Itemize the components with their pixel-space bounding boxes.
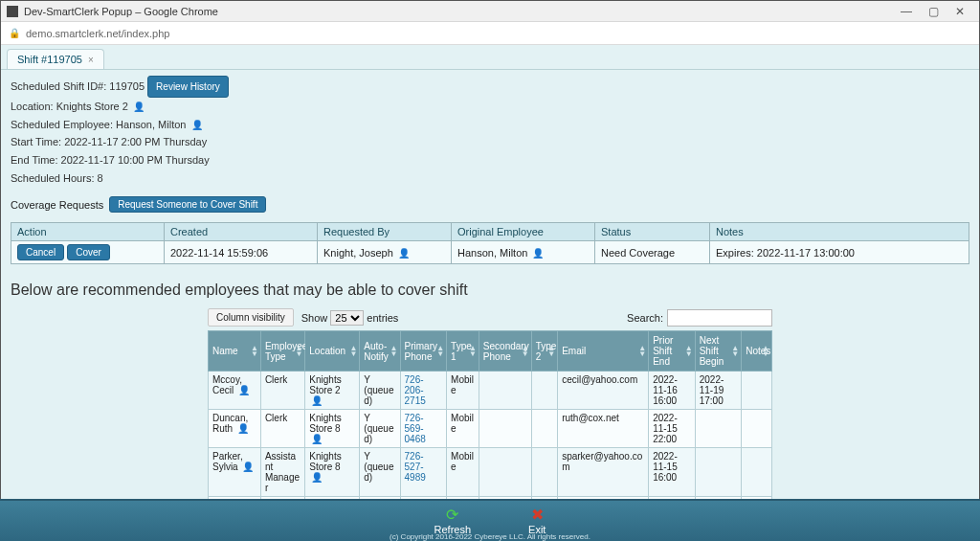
url-text[interactable]: demo.smartclerk.net/index.php (26, 28, 169, 39)
location-icon[interactable]: 👤 (311, 395, 323, 406)
col-original-emp: Original Employee (452, 223, 595, 241)
cell-etype: Assistant Manager (260, 448, 304, 497)
sort-icon: ▲▼ (522, 346, 529, 356)
th-t1[interactable]: Type 1▲▼ (447, 331, 479, 372)
exit-button[interactable]: ✖ Exit (528, 507, 546, 535)
th-loc[interactable]: Location▲▼ (305, 331, 360, 372)
action-table: Action Created Requested By Original Emp… (11, 222, 969, 264)
notes-cell: Expires: 2022-11-17 13:00:00 (710, 241, 969, 264)
cell-pse: 2022-11-16 16:00 (649, 372, 696, 410)
th-t2[interactable]: Type 2▲▼ (531, 331, 557, 372)
cell-email: sparker@yahoo.com (558, 448, 649, 497)
sort-icon: ▲▼ (295, 346, 302, 356)
maximize-button[interactable]: ▢ (920, 5, 947, 18)
window-title: Dev-SmartClerk Popup – Google Chrome (24, 6, 218, 17)
sort-icon: ▲▼ (547, 346, 555, 356)
cell-email: cecil@yahoo.com (558, 372, 649, 410)
entries-label: entries (367, 312, 398, 324)
cell-etype: Clerk (260, 372, 304, 410)
th-pse[interactable]: Prior Shift End▲▼ (649, 331, 696, 372)
cell-notes (742, 448, 772, 497)
cell-name: Parker, Sylvia 👤 (209, 448, 261, 497)
search-input[interactable] (667, 309, 772, 327)
table-row: Mccoy, Cecil 👤ClerkKnights Store 2 👤Y (q… (209, 372, 772, 410)
tab-close-icon[interactable]: × (88, 55, 94, 65)
phone-link[interactable]: 726-569-0468 (405, 413, 426, 444)
col-created: Created (165, 223, 318, 241)
cell-t2 (531, 410, 557, 448)
section-title: Below are recommended employees that may… (11, 282, 969, 299)
cell-etype: Clerk (260, 410, 304, 448)
cell-email: ruth@cox.net (558, 410, 649, 448)
location-icon[interactable]: 👤 (311, 434, 323, 444)
th-nsb[interactable]: Next Shift Begin▲▼ (695, 331, 742, 372)
refresh-button[interactable]: ⟳ Refresh (434, 507, 472, 535)
phone-link[interactable]: 726-206-2715 (405, 374, 426, 406)
th-notes[interactable]: Notes▲▼ (742, 331, 772, 372)
search-label: Search: (627, 312, 663, 324)
action-row: Cancel Cover 2022-11-14 15:59:06 Knight,… (11, 241, 969, 264)
th-pphone[interactable]: Primary Phone▲▼ (400, 331, 447, 372)
cell-pphone: 726-527-4989 (400, 448, 447, 497)
cell-t2 (531, 372, 557, 410)
col-notes: Notes (710, 223, 969, 241)
address-bar: 🔒 demo.smartclerk.net/index.php (1, 22, 979, 45)
sort-icon: ▲▼ (251, 346, 258, 356)
person-icon[interactable]: 👤 (237, 423, 249, 434)
sort-icon: ▲▼ (469, 346, 477, 356)
th-email[interactable]: Email▲▼ (558, 331, 649, 372)
th-etype[interactable]: Employee Type▲▼ (260, 331, 304, 372)
person-icon[interactable]: 👤 (532, 248, 544, 259)
cell-t2 (531, 448, 557, 497)
shift-id-label: Scheduled Shift ID#: 119705 (11, 80, 145, 92)
request-cover-button[interactable]: Request Someone to Cover Shift (109, 196, 266, 213)
th-name[interactable]: Name▲▼ (209, 331, 261, 372)
sort-icon: ▲▼ (390, 346, 398, 356)
page-length-select[interactable]: 25 (330, 310, 364, 326)
person-icon[interactable]: 👤 (242, 462, 254, 472)
person-icon[interactable]: 👤 (238, 385, 250, 395)
location-icon[interactable]: 👤 (311, 472, 323, 483)
minimize-button[interactable]: — (893, 5, 920, 18)
review-history-button[interactable]: Review History (147, 76, 229, 98)
lock-icon: 🔒 (9, 28, 20, 38)
cell-notify: Y (queued) (360, 410, 400, 448)
shift-employee: Scheduled Employee: Hanson, Milton (11, 119, 186, 130)
close-window-button[interactable]: ✕ (947, 5, 973, 18)
page-icon (7, 6, 18, 17)
tab-shift[interactable]: Shift #119705 × (7, 49, 104, 69)
cell-notes (742, 410, 772, 448)
footer-toolbar: ⟳ Refresh ✖ Exit (0, 499, 980, 541)
shift-info: Scheduled Shift ID#: 119705 Review Histo… (11, 76, 969, 187)
phone-link[interactable]: 726-527-4989 (405, 451, 426, 483)
cell-t1: Mobile (447, 410, 479, 448)
cell-nsb: 2022-11-19 17:00 (695, 372, 742, 410)
th-notify[interactable]: Auto-Notify▲▼ (360, 331, 400, 372)
table-row: Parker, Sylvia 👤Assistant ManagerKnights… (209, 448, 772, 497)
shift-start: Start Time: 2022-11-17 2:00 PM Thursday (11, 133, 969, 151)
sort-icon: ▲▼ (436, 346, 444, 356)
cell-t1: Mobile (447, 448, 479, 497)
employee-icon[interactable]: 👤 (191, 117, 203, 133)
cell-loc: Knights Store 8 👤 (305, 410, 360, 448)
cell-sphone (479, 372, 531, 410)
col-requested-by: Requested By (318, 223, 452, 241)
content-area: Scheduled Shift ID#: 119705 Review Histo… (1, 70, 979, 541)
column-visibility-button[interactable]: Column visibility (208, 308, 294, 327)
status-cell: Need Coverage (595, 241, 710, 264)
cell-pphone: 726-569-0468 (400, 410, 447, 448)
cell-loc: Knights Store 2 👤 (305, 372, 360, 410)
cancel-button[interactable]: Cancel (17, 244, 64, 260)
requested-by-cell: Knight, Joseph (323, 247, 393, 259)
location-icon[interactable]: 👤 (133, 99, 145, 115)
refresh-label: Refresh (434, 524, 472, 535)
window-titlebar: Dev-SmartClerk Popup – Google Chrome — ▢… (1, 1, 979, 22)
col-action: Action (11, 223, 165, 241)
cell-t1: Mobile (447, 372, 479, 410)
person-icon[interactable]: 👤 (398, 248, 410, 259)
exit-label: Exit (528, 524, 546, 535)
show-label: Show (301, 312, 328, 324)
cover-button[interactable]: Cover (67, 244, 110, 260)
th-sphone[interactable]: Secondary Phone▲▼ (479, 331, 531, 372)
cell-loc: Knights Store 8 👤 (305, 448, 360, 497)
